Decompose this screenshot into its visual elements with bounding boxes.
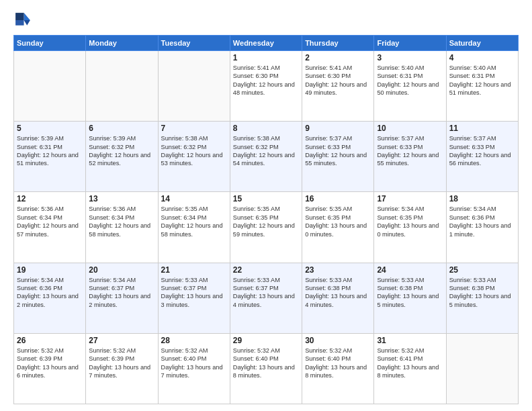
logo-icon (13, 11, 32, 30)
cell-day-number: 18 (449, 194, 515, 203)
cell-info: Sunrise: 5:38 AMSunset: 6:32 PMDaylight:… (161, 134, 227, 168)
calendar-cell: 14Sunrise: 5:35 AMSunset: 6:34 PMDayligh… (158, 192, 230, 263)
cell-day-number: 19 (17, 265, 83, 275)
calendar-cell: 4Sunrise: 5:40 AMSunset: 6:31 PMDaylight… (446, 51, 518, 122)
svg-rect-3 (15, 20, 24, 26)
calendar-table: SundayMondayTuesdayWednesdayThursdayFrid… (13, 35, 519, 404)
cell-info: Sunrise: 5:33 AMSunset: 6:37 PMDaylight:… (161, 276, 227, 310)
calendar-week-row: 1Sunrise: 5:41 AMSunset: 6:30 PMDaylight… (14, 51, 519, 122)
calendar-cell: 6Sunrise: 5:39 AMSunset: 6:32 PMDaylight… (86, 122, 158, 192)
cell-day-number: 25 (449, 265, 515, 275)
calendar-cell: 9Sunrise: 5:37 AMSunset: 6:33 PMDaylight… (302, 122, 374, 192)
calendar-cell: 11Sunrise: 5:37 AMSunset: 6:33 PMDayligh… (446, 122, 518, 192)
cell-info: Sunrise: 5:41 AMSunset: 6:30 PMDaylight:… (305, 64, 371, 97)
cell-info: Sunrise: 5:39 AMSunset: 6:32 PMDaylight:… (89, 134, 154, 168)
weekday-header-tuesday: Tuesday (158, 36, 230, 51)
cell-info: Sunrise: 5:32 AMSunset: 6:40 PMDaylight:… (305, 347, 371, 380)
calendar-week-row: 26Sunrise: 5:32 AMSunset: 6:39 PMDayligh… (14, 333, 519, 404)
calendar-cell (14, 51, 86, 122)
svg-rect-2 (15, 13, 24, 20)
cell-info: Sunrise: 5:37 AMSunset: 6:33 PMDaylight:… (377, 134, 443, 168)
cell-info: Sunrise: 5:32 AMSunset: 6:40 PMDaylight:… (233, 347, 299, 380)
cell-day-number: 6 (89, 124, 154, 133)
cell-info: Sunrise: 5:34 AMSunset: 6:35 PMDaylight:… (377, 205, 443, 238)
cell-day-number: 24 (377, 265, 443, 275)
calendar-cell: 2Sunrise: 5:41 AMSunset: 6:30 PMDaylight… (302, 51, 374, 122)
cell-day-number: 15 (233, 194, 299, 203)
cell-day-number: 8 (233, 124, 299, 133)
cell-day-number: 10 (377, 124, 443, 133)
calendar-cell: 16Sunrise: 5:35 AMSunset: 6:35 PMDayligh… (302, 192, 374, 263)
cell-info: Sunrise: 5:39 AMSunset: 6:31 PMDaylight:… (17, 134, 83, 168)
cell-info: Sunrise: 5:35 AMSunset: 6:35 PMDaylight:… (305, 205, 371, 238)
weekday-header-saturday: Saturday (446, 36, 518, 51)
cell-day-number: 9 (305, 124, 371, 133)
calendar-cell: 27Sunrise: 5:32 AMSunset: 6:39 PMDayligh… (86, 333, 158, 404)
calendar-cell: 7Sunrise: 5:38 AMSunset: 6:32 PMDaylight… (158, 122, 230, 192)
cell-day-number: 27 (89, 336, 154, 345)
cell-info: Sunrise: 5:38 AMSunset: 6:32 PMDaylight:… (233, 134, 299, 168)
calendar-week-row: 19Sunrise: 5:34 AMSunset: 6:36 PMDayligh… (14, 263, 519, 333)
cell-info: Sunrise: 5:36 AMSunset: 6:34 PMDaylight:… (17, 205, 83, 238)
cell-day-number: 16 (305, 194, 371, 203)
weekday-header-thursday: Thursday (302, 36, 374, 51)
cell-info: Sunrise: 5:35 AMSunset: 6:34 PMDaylight:… (161, 205, 227, 238)
calendar-cell (446, 333, 518, 404)
calendar-cell (86, 51, 158, 122)
cell-info: Sunrise: 5:33 AMSunset: 6:38 PMDaylight:… (305, 276, 371, 310)
weekday-header-row: SundayMondayTuesdayWednesdayThursdayFrid… (14, 36, 519, 51)
cell-info: Sunrise: 5:36 AMSunset: 6:34 PMDaylight:… (89, 205, 154, 238)
cell-info: Sunrise: 5:37 AMSunset: 6:33 PMDaylight:… (305, 134, 371, 168)
calendar-cell: 31Sunrise: 5:32 AMSunset: 6:41 PMDayligh… (374, 333, 446, 404)
cell-info: Sunrise: 5:32 AMSunset: 6:39 PMDaylight:… (17, 347, 83, 380)
header (13, 11, 519, 30)
calendar-cell: 13Sunrise: 5:36 AMSunset: 6:34 PMDayligh… (86, 192, 158, 263)
cell-day-number: 12 (17, 194, 83, 203)
cell-info: Sunrise: 5:33 AMSunset: 6:37 PMDaylight:… (233, 276, 299, 310)
calendar-cell: 26Sunrise: 5:32 AMSunset: 6:39 PMDayligh… (14, 333, 86, 404)
calendar-cell: 29Sunrise: 5:32 AMSunset: 6:40 PMDayligh… (230, 333, 302, 404)
cell-info: Sunrise: 5:32 AMSunset: 6:39 PMDaylight:… (89, 347, 154, 380)
svg-marker-0 (24, 13, 30, 20)
calendar-cell: 8Sunrise: 5:38 AMSunset: 6:32 PMDaylight… (230, 122, 302, 192)
weekday-header-monday: Monday (86, 36, 158, 51)
calendar-cell: 28Sunrise: 5:32 AMSunset: 6:40 PMDayligh… (158, 333, 230, 404)
cell-day-number: 20 (89, 265, 154, 275)
cell-day-number: 2 (305, 53, 371, 62)
logo (13, 11, 35, 30)
cell-day-number: 31 (377, 336, 443, 345)
cell-day-number: 26 (17, 336, 83, 345)
cell-info: Sunrise: 5:40 AMSunset: 6:31 PMDaylight:… (449, 64, 515, 97)
weekday-header-sunday: Sunday (14, 36, 86, 51)
cell-day-number: 28 (161, 336, 227, 345)
calendar-cell (158, 51, 230, 122)
calendar-cell: 24Sunrise: 5:33 AMSunset: 6:38 PMDayligh… (374, 263, 446, 333)
cell-day-number: 21 (161, 265, 227, 275)
cell-info: Sunrise: 5:33 AMSunset: 6:38 PMDaylight:… (377, 276, 443, 310)
cell-day-number: 14 (161, 194, 227, 203)
svg-marker-1 (24, 20, 30, 26)
cell-day-number: 4 (449, 53, 515, 62)
weekday-header-friday: Friday (374, 36, 446, 51)
calendar-cell: 18Sunrise: 5:34 AMSunset: 6:36 PMDayligh… (446, 192, 518, 263)
cell-day-number: 3 (377, 53, 443, 62)
calendar-cell: 21Sunrise: 5:33 AMSunset: 6:37 PMDayligh… (158, 263, 230, 333)
calendar-cell: 3Sunrise: 5:40 AMSunset: 6:31 PMDaylight… (374, 51, 446, 122)
calendar-cell: 10Sunrise: 5:37 AMSunset: 6:33 PMDayligh… (374, 122, 446, 192)
cell-info: Sunrise: 5:32 AMSunset: 6:41 PMDaylight:… (377, 347, 443, 380)
page: SundayMondayTuesdayWednesdayThursdayFrid… (0, 0, 532, 411)
cell-day-number: 30 (305, 336, 371, 345)
calendar-cell: 5Sunrise: 5:39 AMSunset: 6:31 PMDaylight… (14, 122, 86, 192)
cell-info: Sunrise: 5:34 AMSunset: 6:36 PMDaylight:… (17, 276, 83, 310)
cell-info: Sunrise: 5:33 AMSunset: 6:38 PMDaylight:… (449, 276, 515, 310)
calendar-cell: 22Sunrise: 5:33 AMSunset: 6:37 PMDayligh… (230, 263, 302, 333)
weekday-header-wednesday: Wednesday (230, 36, 302, 51)
cell-day-number: 29 (233, 336, 299, 345)
cell-day-number: 11 (449, 124, 515, 133)
cell-info: Sunrise: 5:40 AMSunset: 6:31 PMDaylight:… (377, 64, 443, 97)
cell-info: Sunrise: 5:32 AMSunset: 6:40 PMDaylight:… (161, 347, 227, 380)
calendar-cell: 15Sunrise: 5:35 AMSunset: 6:35 PMDayligh… (230, 192, 302, 263)
cell-info: Sunrise: 5:34 AMSunset: 6:36 PMDaylight:… (449, 205, 515, 238)
cell-info: Sunrise: 5:37 AMSunset: 6:33 PMDaylight:… (449, 134, 515, 168)
cell-day-number: 5 (17, 124, 83, 133)
